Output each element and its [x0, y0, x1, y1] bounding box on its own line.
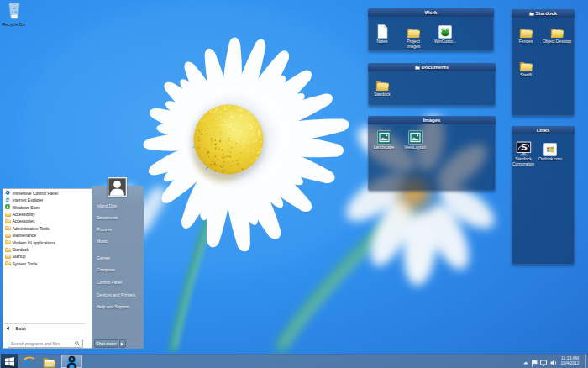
svg-text:S: S: [521, 142, 527, 152]
